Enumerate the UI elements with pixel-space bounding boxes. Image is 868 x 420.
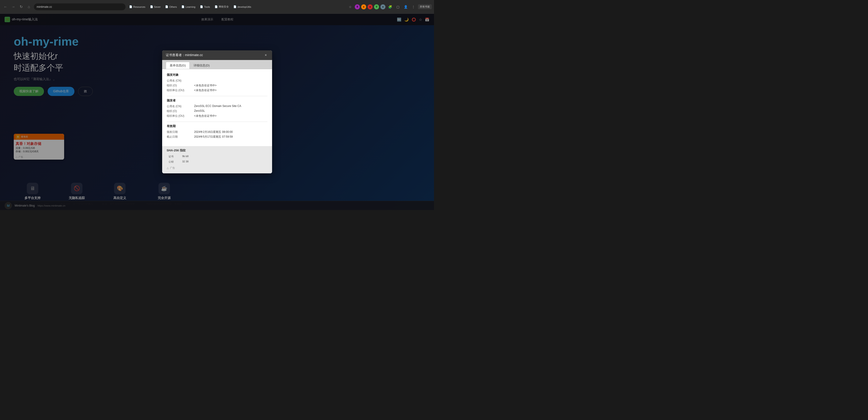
cert-field-value: 2024年2月16日星期五 08:00:00 [194, 130, 233, 134]
cert-field-issued-date: 颁发日期 2024年2月16日星期五 08:00:00 [167, 130, 268, 134]
bookmark-label: 网络安全 [219, 5, 229, 8]
bookmark-label: developUtils [238, 5, 251, 8]
bookmark-icon: 📄 [129, 5, 132, 8]
cert-issued-to-section: 颁发对象 公用名 (CN) 组织 (O) <未包含在证书中> 组织单位 (OU)… [167, 73, 268, 92]
bookmark-icon: 📄 [200, 5, 203, 8]
cert-sha-table: 证书 9b b8 公钥 32 38 [167, 154, 268, 164]
bookmark-security[interactable]: 📄 网络安全 [213, 4, 230, 9]
cert-validity-title: 有效期 [167, 124, 268, 128]
cert-field-o-to: 组织 (O) <未包含在证书中> [167, 84, 268, 88]
bookmark-tools[interactable]: 📄 Tools [198, 5, 212, 9]
sidebar-button[interactable]: ▢ [395, 4, 401, 10]
bookmark-resources[interactable]: 📄 Resources [127, 5, 147, 9]
bookmark-label: Resources [133, 5, 146, 8]
cert-issued-by-section: 颁发者 公用名 (CN) ZeroSSL ECC Domain Secure S… [167, 98, 268, 118]
cert-field-label: 公用名 (CN) [167, 79, 194, 83]
address-text: mintimate.cc [37, 5, 52, 8]
cert-sha-row-cert: 证书 9b b8 [167, 154, 268, 159]
all-bookmarks[interactable]: 所有书签 [418, 4, 432, 9]
bookmarks-bar: 📄 Resources 📄 Sever 📄 Others 📄 Learning … [127, 4, 347, 9]
ext-icon-purple[interactable]: 9 [355, 4, 360, 9]
menu-button[interactable]: ⋮ [410, 4, 416, 10]
cert-validity-section: 有效期 颁发日期 2024年2月16日星期五 08:00:00 截止日期 202… [167, 124, 268, 139]
cert-field-value: ZeroSSL ECC Domain Secure Site CA [194, 104, 241, 108]
cert-field-label: 截止日期 [167, 135, 194, 139]
cert-field-label: 组织单位 (OU) [167, 88, 194, 92]
cert-field-ou-to: 组织单位 (OU) <未包含在证书中> [167, 88, 268, 92]
cert-footer-ad: △ 广告 [167, 164, 268, 170]
nav-buttons: ← → ↻ ⌂ [2, 4, 32, 10]
cert-issued-to-title: 颁发对象 [167, 73, 268, 77]
cert-dialog: 证书查看者：mintimate.cc × 基本信息(G) 详细信息(D) 颁发对… [162, 51, 272, 173]
profile-button[interactable]: 👤 [402, 4, 409, 10]
cert-tabs: 基本信息(G) 详细信息(D) [162, 60, 272, 69]
cert-sha-row-pubkey: 公钥 32 38 [167, 159, 268, 164]
cert-field-label: 组织 (O) [167, 109, 194, 113]
cert-sha-label-pubkey: 公钥 [167, 159, 181, 164]
cert-tab-basic[interactable]: 基本信息(G) [166, 62, 190, 69]
cert-field-label: 公用名 (CN) [167, 104, 194, 108]
bookmark-icon: 📄 [165, 5, 168, 8]
bookmark-label: Others [169, 5, 177, 8]
cert-sha-value-cert: 9b b8 [181, 154, 268, 159]
page-background: 🌿 oh-my-rime输入法 效果演示 配置教程 🔤 🌙 ⭕ ☆ 📅 oh-m… [0, 14, 434, 210]
ext-icon-green[interactable]: V [374, 4, 379, 9]
bookmark-label: Learning [186, 5, 195, 8]
cert-footer: SHA-256 指纹 证书 9b b8 公钥 32 [162, 146, 272, 173]
cert-field-cn-by: 公用名 (CN) ZeroSSL ECC Domain Secure Site … [167, 104, 268, 108]
cert-dialog-title: 证书查看者：mintimate.cc [166, 53, 203, 57]
cert-field-o-by: 组织 (O) ZeroSSL [167, 109, 268, 113]
cert-field-value: 2024年5月17日星期五 07:59:59 [194, 135, 233, 139]
bookmark-icon: 📄 [150, 5, 153, 8]
cert-field-ou-by: 组织单位 (OU) <未包含在证书中> [167, 114, 268, 118]
browser-chrome: ← → ↻ ⌂ mintimate.cc 📄 Resources 📄 Sever… [0, 0, 434, 14]
bookmark-icon: 📄 [234, 5, 237, 8]
bookmark-icon: 📄 [181, 5, 185, 8]
cert-titlebar: 证书查看者：mintimate.cc × [162, 51, 272, 60]
cert-issued-by-title: 颁发者 [167, 98, 268, 103]
reload-button[interactable]: ↻ [18, 4, 24, 10]
cert-field-value: <未包含在证书中> [194, 88, 217, 92]
bookmark-label: Sever [154, 5, 161, 8]
cert-close-button[interactable]: × [264, 53, 269, 58]
cert-field-expiry-date: 截止日期 2024年5月17日星期五 07:59:59 [167, 135, 268, 139]
ext-icon-gray[interactable]: ● [380, 4, 385, 9]
bookmark-learning[interactable]: 📄 Learning [180, 5, 197, 9]
cert-sha-value-pubkey: 32 38 [181, 159, 268, 164]
back-button[interactable]: ← [2, 4, 9, 10]
cert-field-cn-to: 公用名 (CN) [167, 79, 268, 83]
cert-sha-title: SHA-256 指纹 [167, 149, 268, 153]
bookmark-icon: 📄 [215, 5, 218, 8]
cert-field-value: <未包含在证书中> [194, 114, 217, 118]
cert-body: 颁发对象 公用名 (CN) 组织 (O) <未包含在证书中> 组织单位 (OU)… [162, 69, 272, 146]
address-bar[interactable]: mintimate.cc [34, 3, 125, 10]
dialog-overlay: 证书查看者：mintimate.cc × 基本信息(G) 详细信息(D) 颁发对… [0, 14, 434, 210]
cert-ad-text: 广告 [170, 166, 175, 170]
cert-field-label: 颁发日期 [167, 130, 194, 134]
cert-field-label: 组织单位 (OU) [167, 114, 194, 118]
ext-icon-red[interactable]: ● [368, 4, 373, 9]
cert-field-value: <未包含在证书中> [194, 84, 217, 88]
bookmark-sever[interactable]: 📄 Sever [148, 5, 163, 9]
forward-button[interactable]: → [10, 4, 17, 10]
cert-sha-label-cert: 证书 [167, 154, 181, 159]
cert-ad-icon: △ [167, 166, 168, 169]
browser-right: ☆ 9 ● ● V ● 🧩 ▢ 👤 ⋮ 所有书签 [347, 4, 432, 10]
cert-tab-detail[interactable]: 详细信息(D) [190, 62, 213, 69]
bookmark-others[interactable]: 📄 Others [163, 5, 179, 9]
extensions-button[interactable]: 🧩 [387, 4, 393, 10]
bookmark-devutils[interactable]: 📄 developUtils [231, 5, 253, 9]
home-button[interactable]: ⌂ [26, 4, 32, 10]
cert-field-value: ZeroSSL [194, 109, 205, 113]
bookmark-label: Tools [204, 5, 210, 8]
ext-icon-orange[interactable]: ● [361, 4, 366, 9]
star-button[interactable]: ☆ [347, 4, 353, 10]
divider-2 [167, 122, 268, 122]
divider-1 [167, 96, 268, 96]
cert-field-label: 组织 (O) [167, 84, 194, 88]
